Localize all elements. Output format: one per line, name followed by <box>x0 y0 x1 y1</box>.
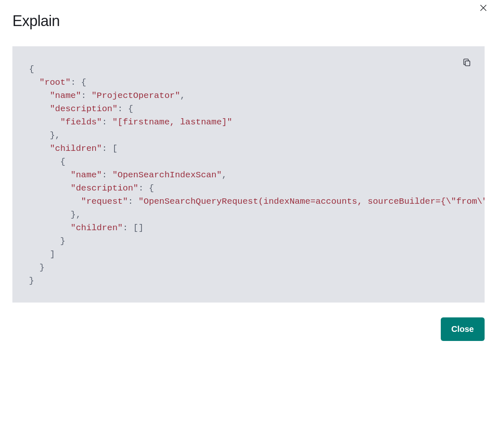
dialog-footer: Close <box>0 317 497 353</box>
close-icon[interactable] <box>480 4 487 13</box>
code-scroll-area[interactable]: { "root": { "name": "ProjectOperator", "… <box>12 46 485 303</box>
dialog-title: Explain <box>0 0 497 30</box>
explain-dialog: Explain { "root": { "name": "ProjectOper… <box>0 0 497 448</box>
code-content: { "root": { "name": "ProjectOperator", "… <box>29 63 485 288</box>
copy-icon[interactable] <box>462 58 471 69</box>
svg-rect-2 <box>465 61 470 66</box>
code-block: { "root": { "name": "ProjectOperator", "… <box>12 46 485 303</box>
close-button[interactable]: Close <box>441 317 485 341</box>
